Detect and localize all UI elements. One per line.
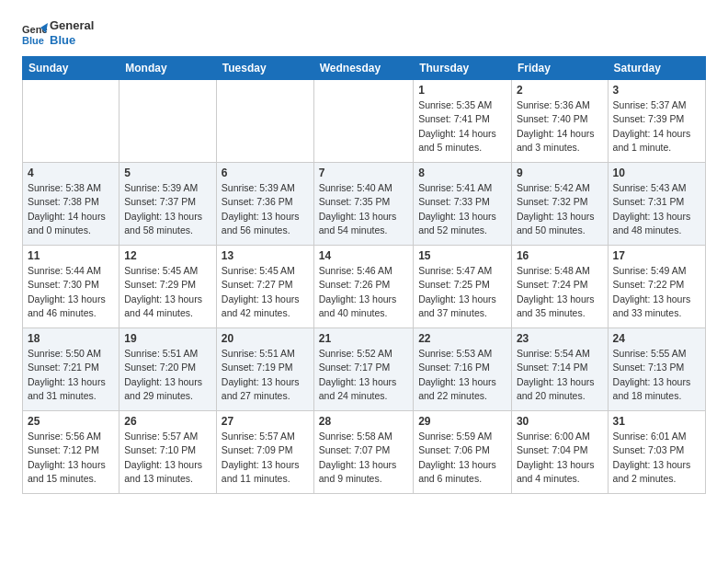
day-number: 20 — [222, 332, 309, 345]
day-cell: 17Sunrise: 5:49 AM Sunset: 7:22 PM Dayli… — [608, 246, 705, 328]
day-cell: 2Sunrise: 5:36 AM Sunset: 7:40 PM Daylig… — [511, 80, 608, 163]
day-cell: 5Sunrise: 5:39 AM Sunset: 7:37 PM Daylig… — [119, 163, 217, 246]
day-cell: 30Sunrise: 6:00 AM Sunset: 7:04 PM Dayli… — [511, 411, 608, 494]
logo-line2: Blue — [50, 33, 94, 48]
day-info: Sunrise: 5:52 AM Sunset: 7:17 PM Dayligh… — [319, 347, 408, 403]
day-cell: 26Sunrise: 5:57 AM Sunset: 7:10 PM Dayli… — [119, 411, 217, 494]
day-info: Sunrise: 5:56 AM Sunset: 7:12 PM Dayligh… — [28, 430, 114, 486]
day-cell: 24Sunrise: 5:55 AM Sunset: 7:13 PM Dayli… — [608, 328, 705, 411]
week-row-3: 11Sunrise: 5:44 AM Sunset: 7:30 PM Dayli… — [23, 246, 706, 328]
day-number: 2 — [517, 84, 603, 97]
day-number: 22 — [418, 332, 506, 345]
day-cell: 16Sunrise: 5:48 AM Sunset: 7:24 PM Dayli… — [511, 246, 608, 328]
day-cell: 8Sunrise: 5:41 AM Sunset: 7:33 PM Daylig… — [414, 163, 512, 246]
day-number: 1 — [418, 84, 506, 97]
day-cell: 9Sunrise: 5:42 AM Sunset: 7:32 PM Daylig… — [511, 163, 608, 246]
week-row-5: 25Sunrise: 5:56 AM Sunset: 7:12 PM Dayli… — [23, 411, 706, 494]
calendar-header: SundayMondayTuesdayWednesdayThursdayFrid… — [23, 57, 706, 80]
day-number: 26 — [124, 415, 211, 428]
day-number: 19 — [124, 332, 211, 345]
day-cell — [23, 80, 119, 163]
day-info: Sunrise: 5:36 AM Sunset: 7:40 PM Dayligh… — [517, 98, 603, 155]
day-cell: 13Sunrise: 5:45 AM Sunset: 7:27 PM Dayli… — [216, 246, 313, 328]
day-number: 12 — [124, 249, 211, 262]
day-info: Sunrise: 6:00 AM Sunset: 7:04 PM Dayligh… — [517, 430, 603, 486]
day-number: 30 — [517, 415, 603, 428]
day-info: Sunrise: 5:42 AM Sunset: 7:32 PM Dayligh… — [517, 181, 603, 237]
day-info: Sunrise: 5:57 AM Sunset: 7:09 PM Dayligh… — [222, 430, 309, 486]
day-cell: 7Sunrise: 5:40 AM Sunset: 7:35 PM Daylig… — [313, 163, 413, 246]
day-cell: 20Sunrise: 5:51 AM Sunset: 7:19 PM Dayli… — [216, 328, 313, 411]
day-number: 29 — [418, 415, 506, 428]
day-number: 8 — [418, 167, 506, 179]
day-number: 15 — [418, 249, 506, 262]
day-info: Sunrise: 5:38 AM Sunset: 7:38 PM Dayligh… — [28, 181, 114, 237]
week-row-2: 4Sunrise: 5:38 AM Sunset: 7:38 PM Daylig… — [23, 163, 706, 246]
day-cell — [216, 80, 313, 163]
day-cell: 22Sunrise: 5:53 AM Sunset: 7:16 PM Dayli… — [414, 328, 512, 411]
day-info: Sunrise: 5:45 AM Sunset: 7:29 PM Dayligh… — [124, 264, 211, 320]
day-number: 28 — [319, 415, 408, 428]
day-info: Sunrise: 5:44 AM Sunset: 7:30 PM Dayligh… — [28, 264, 114, 320]
day-cell: 28Sunrise: 5:58 AM Sunset: 7:07 PM Dayli… — [313, 411, 413, 494]
day-info: Sunrise: 5:43 AM Sunset: 7:31 PM Dayligh… — [613, 181, 700, 237]
day-cell: 29Sunrise: 5:59 AM Sunset: 7:06 PM Dayli… — [414, 411, 512, 494]
logo-line1: General — [50, 18, 94, 33]
day-cell: 4Sunrise: 5:38 AM Sunset: 7:38 PM Daylig… — [23, 163, 119, 246]
day-cell: 23Sunrise: 5:54 AM Sunset: 7:14 PM Dayli… — [511, 328, 608, 411]
day-number: 6 — [222, 167, 309, 179]
day-number: 11 — [28, 249, 114, 262]
day-number: 13 — [222, 249, 309, 262]
day-cell: 12Sunrise: 5:45 AM Sunset: 7:29 PM Dayli… — [119, 246, 217, 328]
day-cell: 3Sunrise: 5:37 AM Sunset: 7:39 PM Daylig… — [608, 80, 705, 163]
day-info: Sunrise: 5:51 AM Sunset: 7:19 PM Dayligh… — [222, 347, 309, 403]
day-info: Sunrise: 6:01 AM Sunset: 7:03 PM Dayligh… — [613, 430, 700, 486]
column-header-friday: Friday — [511, 57, 608, 80]
day-cell: 21Sunrise: 5:52 AM Sunset: 7:17 PM Dayli… — [313, 328, 413, 411]
day-cell: 25Sunrise: 5:56 AM Sunset: 7:12 PM Dayli… — [23, 411, 119, 494]
column-header-thursday: Thursday — [414, 57, 512, 80]
day-info: Sunrise: 5:45 AM Sunset: 7:27 PM Dayligh… — [222, 264, 309, 320]
day-number: 9 — [517, 167, 603, 179]
day-info: Sunrise: 5:57 AM Sunset: 7:10 PM Dayligh… — [124, 430, 211, 486]
day-info: Sunrise: 5:53 AM Sunset: 7:16 PM Dayligh… — [418, 347, 506, 403]
column-header-tuesday: Tuesday — [216, 57, 313, 80]
day-cell — [119, 80, 217, 163]
column-header-monday: Monday — [119, 57, 217, 80]
day-number: 27 — [222, 415, 309, 428]
day-info: Sunrise: 5:37 AM Sunset: 7:39 PM Dayligh… — [613, 98, 700, 155]
day-info: Sunrise: 5:46 AM Sunset: 7:26 PM Dayligh… — [319, 264, 408, 320]
day-number: 16 — [517, 249, 603, 262]
day-number: 25 — [28, 415, 114, 428]
day-number: 3 — [613, 84, 700, 97]
day-info: Sunrise: 5:39 AM Sunset: 7:37 PM Dayligh… — [124, 181, 211, 237]
week-row-1: 1Sunrise: 5:35 AM Sunset: 7:41 PM Daylig… — [23, 80, 706, 163]
day-info: Sunrise: 5:48 AM Sunset: 7:24 PM Dayligh… — [517, 264, 603, 320]
day-cell: 11Sunrise: 5:44 AM Sunset: 7:30 PM Dayli… — [23, 246, 119, 328]
day-info: Sunrise: 5:55 AM Sunset: 7:13 PM Dayligh… — [613, 347, 700, 403]
svg-text:Blue: Blue — [22, 35, 44, 46]
day-info: Sunrise: 5:51 AM Sunset: 7:20 PM Dayligh… — [124, 347, 211, 403]
day-info: Sunrise: 5:54 AM Sunset: 7:14 PM Dayligh… — [517, 347, 603, 403]
day-number: 7 — [319, 167, 408, 179]
day-cell: 18Sunrise: 5:50 AM Sunset: 7:21 PM Dayli… — [23, 328, 119, 411]
calendar-table: SundayMondayTuesdayWednesdayThursdayFrid… — [22, 56, 706, 494]
day-info: Sunrise: 5:59 AM Sunset: 7:06 PM Dayligh… — [418, 430, 506, 486]
logo-icon: General Blue — [22, 20, 48, 46]
day-number: 14 — [319, 249, 408, 262]
day-number: 24 — [613, 332, 700, 345]
header-row: SundayMondayTuesdayWednesdayThursdayFrid… — [23, 57, 706, 80]
day-cell — [313, 80, 413, 163]
calendar-body: 1Sunrise: 5:35 AM Sunset: 7:41 PM Daylig… — [23, 80, 706, 494]
day-info: Sunrise: 5:41 AM Sunset: 7:33 PM Dayligh… — [418, 181, 506, 237]
day-number: 10 — [613, 167, 700, 179]
page-header: General Blue General Blue — [22, 18, 706, 47]
day-cell: 14Sunrise: 5:46 AM Sunset: 7:26 PM Dayli… — [313, 246, 413, 328]
week-row-4: 18Sunrise: 5:50 AM Sunset: 7:21 PM Dayli… — [23, 328, 706, 411]
day-info: Sunrise: 5:50 AM Sunset: 7:21 PM Dayligh… — [28, 347, 114, 403]
day-cell: 27Sunrise: 5:57 AM Sunset: 7:09 PM Dayli… — [216, 411, 313, 494]
column-header-saturday: Saturday — [608, 57, 705, 80]
day-number: 23 — [517, 332, 603, 345]
day-cell: 1Sunrise: 5:35 AM Sunset: 7:41 PM Daylig… — [414, 80, 512, 163]
day-info: Sunrise: 5:47 AM Sunset: 7:25 PM Dayligh… — [418, 264, 506, 320]
